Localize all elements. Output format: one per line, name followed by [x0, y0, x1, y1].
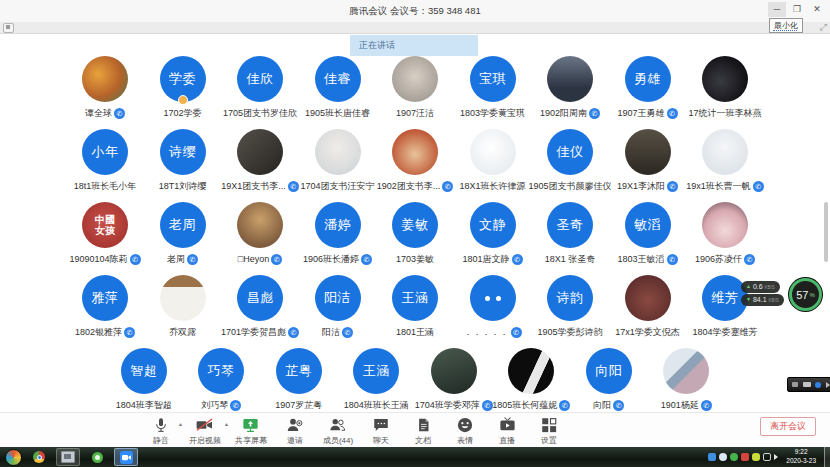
participant-avatar-initials: 佳仪	[547, 129, 593, 175]
participant-tile[interactable]: 18X1班长许律源	[454, 129, 532, 202]
participant-tile[interactable]: □Heyon✆	[221, 202, 299, 275]
participant-avatar-initials: 向阳	[586, 348, 632, 394]
widget-button-icon[interactable]	[803, 382, 811, 387]
participant-tile[interactable]: 诗缨18T1刘诗缨	[144, 129, 222, 202]
leave-meeting-button[interactable]: 离开会议	[760, 417, 816, 436]
floating-widget[interactable]	[787, 377, 830, 392]
minimize-button[interactable]: ─	[768, 2, 786, 17]
document-icon	[416, 416, 431, 434]
participant-tile[interactable]: 1901杨延✆	[648, 348, 726, 421]
participant-tile[interactable]: 勇雄1907王勇雄✆	[609, 56, 687, 129]
audio-badge-icon: ✆	[667, 108, 678, 119]
share-screen-icon	[241, 416, 260, 434]
participant-name: 1905团支书颜廖佳仪	[528, 180, 611, 192]
tray-monitor-icon[interactable]	[763, 453, 771, 461]
participant-avatar-initials: 姜敏	[392, 202, 438, 248]
taskbar-clock[interactable]: 9:22 2020-3-23	[786, 448, 816, 466]
caret-up-icon[interactable]: ▲	[178, 421, 183, 427]
participant-tile[interactable]: 19x1班长曹一帆✆	[686, 129, 764, 202]
toolbar-invite-button[interactable]: 邀请	[281, 416, 309, 446]
toolbar-share-screen-button[interactable]: 共享屏幕	[235, 416, 267, 446]
participant-tile[interactable]: 宝琪1803学委黄宝琪	[454, 56, 532, 129]
participant-tile[interactable]: 敏滔1803王敏滔✆	[609, 202, 687, 275]
participant-tile[interactable]: 1805班长何蕴妮✆	[493, 348, 571, 421]
widget-button-icon[interactable]	[792, 382, 798, 387]
participant-tile[interactable]: 佳睿1905班长唐佳睿	[299, 56, 377, 129]
expand-icon[interactable]: ⤢	[820, 23, 827, 32]
participant-name: 老周✆	[167, 253, 198, 265]
participant-tile[interactable]: 1704团支书汪安宁	[299, 129, 377, 202]
toolbar-microphone-button[interactable]: 静音▲	[147, 416, 175, 446]
participants-grid: 谭全球✆学委1702学委佳欣1705团支书罗佳欣佳睿1905班长唐佳睿1907汪…	[0, 56, 830, 421]
toolbar-document-button[interactable]: 文档	[409, 416, 437, 446]
taskbar-app-icon[interactable]	[56, 448, 80, 466]
participant-tile[interactable]: 17x1学委文倪杰	[609, 275, 687, 348]
toolbar-members-button[interactable]: 成员(44)	[323, 416, 353, 446]
participant-tile[interactable]: 学委1702学委	[144, 56, 222, 129]
participant-tile[interactable]: 诗韵1905学委彭诗韵	[531, 275, 609, 348]
tray-speaker-icon[interactable]	[774, 454, 778, 460]
participant-tile[interactable]: ．．．．．✆	[454, 275, 532, 348]
participant-tile[interactable]: 雅萍1802银雅萍✆	[66, 275, 144, 348]
participant-tile[interactable]: 1907汪洁	[376, 56, 454, 129]
toolbar-live-button[interactable]: 直播	[493, 416, 521, 446]
close-button[interactable]: ✕	[808, 2, 826, 17]
participant-tile[interactable]: 1902阳周南✆	[531, 56, 609, 129]
participant-tile[interactable]: 乔双露	[144, 275, 222, 348]
tray-icon[interactable]	[719, 453, 727, 461]
participant-tile[interactable]: 王涵1801王涵	[376, 275, 454, 348]
participant-tile[interactable]: 圣奇18X1 张圣奇	[531, 202, 609, 275]
participant-tile[interactable]: 佳欣1705团支书罗佳欣	[221, 56, 299, 129]
participant-name: 阳洁✆	[322, 326, 353, 338]
widget-record-icon[interactable]	[815, 382, 821, 388]
participant-tile[interactable]: 19X1团支书李...✆	[221, 129, 299, 202]
start-button[interactable]	[5, 449, 22, 466]
widget-play-icon[interactable]	[826, 382, 830, 388]
participant-row: 中國女孩19090104陈莉✆老周老周✆□Heyon✆潘婷1906班长潘婷✆姜敏…	[0, 202, 830, 275]
participant-tile[interactable]: 1906苏凌仟✆	[686, 202, 764, 275]
participant-tile[interactable]: 巧琴刘巧琴✆	[183, 348, 261, 421]
toolbar-label: 文档	[415, 435, 431, 446]
toolbar-label: 邀请	[287, 435, 303, 446]
toolbar-settings-button[interactable]: 设置	[535, 416, 563, 446]
participant-tile[interactable]: 谭全球✆	[66, 56, 144, 129]
audio-badge-icon: ✆	[744, 254, 755, 265]
participant-tile[interactable]: 1902团支书李...✆	[376, 129, 454, 202]
tray-icon[interactable]	[741, 453, 749, 461]
participant-tile[interactable]: 潘婷1906班长潘婷✆	[299, 202, 377, 275]
participant-name: 1902团支书李...✆	[377, 180, 454, 192]
participant-tile[interactable]: 姜敏1703姜敏	[376, 202, 454, 275]
tray-icon[interactable]	[730, 453, 738, 461]
tray-icon[interactable]	[752, 453, 760, 461]
taskbar-chrome-icon[interactable]	[27, 448, 51, 466]
toolbar-emoji-button[interactable]: 表情	[451, 416, 479, 446]
participant-tile[interactable]: 老周老周✆	[144, 202, 222, 275]
strip-app-icon[interactable]	[3, 23, 14, 33]
participant-tile[interactable]: 王涵1804班班长王涵	[338, 348, 416, 421]
participant-name: 1803王敏滔✆	[617, 253, 677, 265]
participant-tile[interactable]: 向阳向阳✆	[570, 348, 648, 421]
percent-gauge: 57 %	[789, 278, 822, 311]
taskbar-green-app-icon[interactable]	[85, 448, 109, 466]
participant-tile[interactable]: 阳洁阳洁✆	[299, 275, 377, 348]
toolbar-camera-off-button[interactable]: 开启视频▲	[189, 416, 221, 446]
taskbar-meeting-icon[interactable]	[114, 448, 138, 466]
participant-tile[interactable]: 智超1804班李智超	[105, 348, 183, 421]
participant-avatar-photo	[431, 348, 477, 394]
participant-tile[interactable]: 昌彪1701学委贺昌彪✆	[221, 275, 299, 348]
participant-tile[interactable]: 中國女孩19090104陈莉✆	[66, 202, 144, 275]
tray-icon[interactable]	[708, 453, 716, 461]
participant-tile[interactable]: 芷粤1907罗芷粤	[260, 348, 338, 421]
participant-tile[interactable]: 小年18t1班长毛小年	[66, 129, 144, 202]
participant-tile[interactable]: 17统计一班李林燕	[686, 56, 764, 129]
maximize-button[interactable]: ❐	[788, 2, 806, 17]
participant-tile[interactable]: 文静1801唐文静✆	[454, 202, 532, 275]
participant-tile[interactable]: 1704班学委邓萍✆	[415, 348, 493, 421]
caret-up-icon[interactable]: ▲	[224, 421, 229, 427]
scrollbar-thumb[interactable]	[824, 202, 828, 262]
show-desktop-button[interactable]	[824, 447, 830, 467]
toolbar-chat-button[interactable]: 聊天	[367, 416, 395, 446]
audio-badge-icon: ✆	[559, 400, 570, 411]
participant-tile[interactable]: 佳仪1905团支书颜廖佳仪	[531, 129, 609, 202]
participant-tile[interactable]: 19X1李沐阳✆	[609, 129, 687, 202]
